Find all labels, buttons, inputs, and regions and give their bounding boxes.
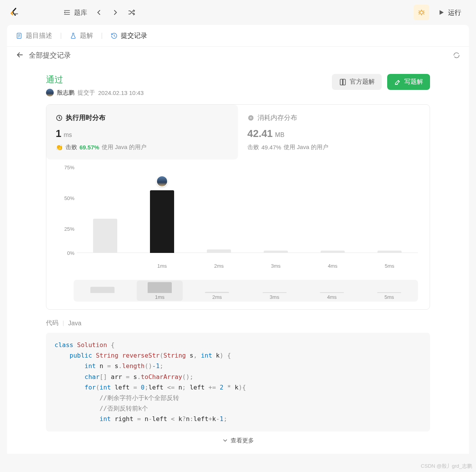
stats-cards: 执行用时分布 1 ms 👏 击败 69.57% 使用 Java 的用户 bbox=[46, 105, 430, 160]
chart-plot bbox=[77, 167, 418, 253]
tab-divider bbox=[102, 33, 102, 39]
status-actions: 官方题解 写题解 bbox=[332, 74, 430, 90]
leetcode-logo-icon[interactable] bbox=[9, 7, 20, 18]
clock-icon bbox=[56, 114, 63, 121]
memory-beat-label: 击败 bbox=[247, 144, 259, 151]
tab-submissions[interactable]: 提交记录 bbox=[111, 31, 147, 40]
official-solution-label: 官方题解 bbox=[350, 78, 375, 86]
arrow-left-icon bbox=[16, 51, 24, 59]
write-solution-button[interactable]: 写题解 bbox=[387, 74, 430, 90]
ytick: 25% bbox=[64, 226, 74, 232]
runtime-beat-suffix: 使用 Java 的用户 bbox=[102, 144, 146, 151]
mini-chart-column bbox=[74, 287, 131, 300]
runtime-chart: 75% 50% 25% 0% 1ms2ms3ms4ms5ms bbox=[46, 160, 430, 273]
mini-chart-column: 5ms bbox=[361, 292, 418, 300]
chart-xlabel: 3ms bbox=[247, 261, 304, 269]
back-label: 全部提交记录 bbox=[29, 51, 71, 60]
chart-xlabels: 1ms2ms3ms4ms5ms bbox=[77, 261, 418, 269]
mini-chart-label: 3ms bbox=[270, 294, 279, 300]
official-solution-button[interactable]: 官方题解 bbox=[332, 74, 382, 90]
chart-bar-column[interactable] bbox=[190, 167, 247, 253]
runtime-card[interactable]: 执行用时分布 1 ms 👏 击败 69.57% 使用 Java 的用户 bbox=[46, 105, 238, 160]
run-button[interactable]: 运行 bbox=[432, 5, 467, 20]
chart-bar-column[interactable] bbox=[247, 167, 304, 253]
code-header: 代码 Java bbox=[46, 319, 430, 327]
chart-bar bbox=[150, 190, 174, 253]
mini-chart-label: 5ms bbox=[384, 294, 394, 300]
chart-xlabel: 2ms bbox=[190, 261, 247, 269]
mini-chart-column: 4ms bbox=[303, 292, 360, 300]
tab-divider bbox=[61, 33, 61, 39]
flask-icon bbox=[70, 32, 77, 39]
chip-icon bbox=[247, 114, 254, 121]
back-button[interactable] bbox=[16, 51, 25, 60]
runtime-value: 1 bbox=[56, 128, 61, 140]
mini-chart-column: 2ms bbox=[189, 292, 246, 300]
show-more-label: 查看更多 bbox=[231, 437, 254, 444]
book-icon bbox=[339, 78, 347, 86]
memory-card[interactable]: 消耗内存分布 42.41 MB 击败 49.47% 使用 Java 的用户 bbox=[238, 105, 430, 160]
chart-bar-column[interactable] bbox=[304, 167, 361, 253]
memory-beat-suffix: 使用 Java 的用户 bbox=[284, 144, 328, 151]
refresh-icon bbox=[453, 51, 460, 59]
mini-chart-bar bbox=[377, 292, 401, 293]
mini-chart-label: 2ms bbox=[212, 294, 222, 300]
top-toolbar: 题库 运行 bbox=[0, 0, 476, 25]
show-more-button[interactable]: 查看更多 bbox=[46, 432, 430, 446]
prev-button[interactable] bbox=[94, 8, 104, 17]
shuffle-icon bbox=[128, 9, 136, 16]
chart-xlabel bbox=[77, 261, 134, 269]
mini-chart-label bbox=[102, 294, 103, 300]
main-panel: 题目描述 题解 提交记录 全部提交记录 通过 bbox=[7, 25, 469, 454]
tabs-row: 题目描述 题解 提交记录 bbox=[7, 25, 469, 46]
chart-bar bbox=[377, 251, 402, 253]
runtime-beat: 👏 击败 69.57% 使用 Java 的用户 bbox=[56, 144, 229, 151]
runtime-value-row: 1 ms bbox=[56, 128, 229, 140]
chevron-right-icon bbox=[112, 9, 119, 16]
username[interactable]: 殷志鹏 bbox=[57, 89, 74, 97]
chart-avatar-marker bbox=[156, 175, 168, 187]
user-avatar[interactable] bbox=[46, 89, 54, 97]
shuffle-button[interactable] bbox=[127, 8, 136, 17]
status-left: 通过 殷志鹏 提交于 2024.02.13 10:43 bbox=[46, 74, 332, 97]
mini-chart-bar bbox=[320, 292, 344, 293]
tab-solution-label: 题解 bbox=[80, 31, 93, 40]
memory-value-row: 42.41 MB bbox=[247, 128, 420, 140]
memory-title: 消耗内存分布 bbox=[247, 113, 420, 122]
document-icon bbox=[16, 32, 23, 39]
ytick: 0% bbox=[67, 250, 74, 256]
runtime-beat-percent: 69.57% bbox=[79, 144, 99, 151]
next-button[interactable] bbox=[111, 8, 120, 17]
chart-bar bbox=[207, 249, 231, 253]
chart-bar-column[interactable] bbox=[361, 167, 418, 253]
tab-solution[interactable]: 题解 bbox=[70, 31, 93, 40]
submitted-time: 2024.02.13 10:43 bbox=[98, 89, 144, 96]
runtime-beat-label: 击败 bbox=[65, 144, 77, 151]
runtime-unit: ms bbox=[63, 132, 72, 139]
chart-bar bbox=[264, 251, 288, 253]
chart-xlabel: 1ms bbox=[134, 261, 190, 269]
chart-bars bbox=[77, 167, 418, 253]
tab-description-label: 题目描述 bbox=[26, 31, 52, 40]
code-divider bbox=[63, 321, 63, 326]
chevron-left-icon bbox=[95, 9, 102, 16]
debug-button[interactable] bbox=[414, 5, 429, 20]
runtime-mini-chart[interactable]: 1ms2ms3ms4ms5ms bbox=[74, 280, 418, 302]
tab-description[interactable]: 题目描述 bbox=[16, 31, 52, 40]
chart-bar-column[interactable] bbox=[77, 167, 134, 253]
history-icon bbox=[111, 32, 118, 39]
toolbar-right: 运行 bbox=[414, 5, 467, 20]
chart-bar-column[interactable] bbox=[134, 167, 190, 253]
mini-chart-highlight bbox=[137, 281, 183, 301]
refresh-button[interactable] bbox=[453, 51, 460, 59]
bug-icon bbox=[418, 9, 425, 16]
problems-button[interactable]: 题库 bbox=[63, 8, 87, 17]
ytick: 75% bbox=[64, 165, 74, 170]
svg-rect-4 bbox=[250, 117, 252, 119]
stats-container: 执行用时分布 1 ms 👏 击败 69.57% 使用 Java 的用户 bbox=[46, 104, 430, 310]
chart-bar bbox=[321, 251, 345, 253]
chart-bar bbox=[93, 219, 117, 253]
mini-chart-bar bbox=[90, 287, 115, 293]
code-language: Java bbox=[68, 320, 81, 327]
code-label: 代码 bbox=[46, 319, 58, 327]
